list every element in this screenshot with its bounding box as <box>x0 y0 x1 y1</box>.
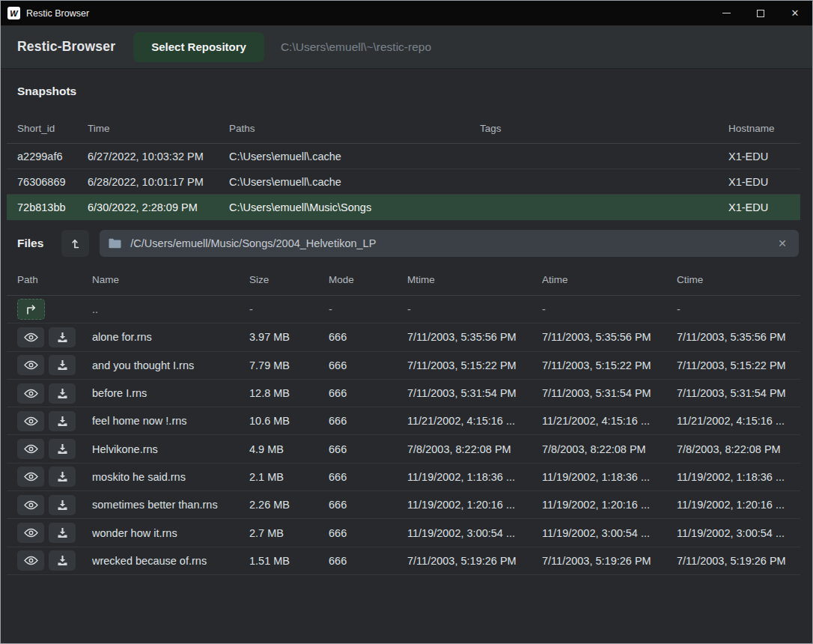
column-header: Path <box>17 274 92 285</box>
preview-button[interactable] <box>17 523 44 543</box>
file-size: 3.97 MB <box>249 331 329 343</box>
file-atime: 11/19/2002, 3:00:54 ... <box>542 527 677 539</box>
file-mode: 666 <box>329 443 407 455</box>
file-mode: 666 <box>329 499 407 511</box>
file-row[interactable]: moskito he said.rns2.1 MB66611/19/2002, … <box>7 464 800 491</box>
file-mode: 666 <box>329 555 407 567</box>
eye-icon <box>24 528 38 538</box>
file-ctime: 11/19/2002, 1:18:36 ... <box>677 471 800 483</box>
level-up-button[interactable] <box>61 230 89 257</box>
file-name: alone for.rns <box>92 331 249 343</box>
download-icon <box>57 499 68 511</box>
file-row[interactable]: sometimes better than.rns2.26 MB66611/19… <box>7 491 800 519</box>
download-button[interactable] <box>49 439 76 459</box>
file-size: 10.6 MB <box>249 415 329 427</box>
eye-icon <box>24 444 38 454</box>
file-size: 2.7 MB <box>249 527 329 539</box>
row-actions <box>17 299 92 320</box>
app-header: Restic-Browser Select Repository C:\User… <box>1 25 812 68</box>
file-name: wonder how it.rns <box>92 527 249 539</box>
file-row[interactable]: alone for.rns3.97 MB6667/11/2003, 5:35:5… <box>7 323 800 351</box>
files-table: PathNameSizeModeMtimeAtimeCtime ..-----a… <box>7 264 800 575</box>
download-button[interactable] <box>49 523 76 543</box>
path-input[interactable] <box>129 237 773 250</box>
repository-path: C:\Users\emuell\~\restic-repo <box>281 40 431 54</box>
file-row[interactable]: wrecked because of.rns1.51 MB6667/11/200… <box>7 547 800 575</box>
file-mode: 666 <box>329 359 407 371</box>
file-mtime: 7/11/2003, 5:31:54 PM <box>407 387 542 399</box>
snapshot-row[interactable]: a2299af66/27/2022, 10:03:32 PMC:\Users\e… <box>7 144 800 169</box>
snapshot-row[interactable]: 763068696/28/2022, 10:01:17 PMC:\Users\e… <box>7 169 800 195</box>
file-row[interactable]: before I.rns12.8 MB6667/11/2003, 5:31:54… <box>7 380 800 407</box>
file-size: 2.1 MB <box>249 471 329 483</box>
file-mode: 666 <box>329 471 407 483</box>
row-actions <box>17 355 92 375</box>
path-field[interactable]: ✕ <box>100 230 799 257</box>
row-actions <box>17 411 92 431</box>
clear-path-button[interactable]: ✕ <box>773 236 791 251</box>
files-bar: Files ✕ <box>1 230 812 257</box>
preview-button[interactable] <box>17 327 44 347</box>
download-icon <box>57 527 68 538</box>
preview-button[interactable] <box>17 411 44 431</box>
file-row[interactable]: feel home now !.rns10.6 MB66611/21/2002,… <box>7 407 800 435</box>
file-name: feel home now !.rns <box>92 415 249 427</box>
enter-parent-icon <box>25 304 37 315</box>
go-parent-button[interactable] <box>17 299 45 320</box>
download-button[interactable] <box>49 550 76 571</box>
file-row[interactable]: Helvikone.rns4.9 MB6667/8/2003, 8:22:08 … <box>7 435 800 463</box>
preview-button[interactable] <box>17 439 44 459</box>
file-name: sometimes better than.rns <box>92 499 249 511</box>
files-table-body: ..-----alone for.rns3.97 MB6667/11/2003,… <box>7 296 800 575</box>
snapshot-time: 6/30/2022, 2:28:09 PM <box>88 201 229 213</box>
column-header: Name <box>92 274 249 285</box>
download-button[interactable] <box>49 495 76 515</box>
download-button[interactable] <box>49 411 76 431</box>
snapshot-row[interactable]: 72b813bb6/30/2022, 2:28:09 PMC:\Users\em… <box>7 195 800 220</box>
close-button[interactable]: ✕ <box>778 1 812 25</box>
snapshot-hostname: X1-EDU <box>728 151 800 162</box>
app-window: W Restic Browser ✕ Restic-Browser Select… <box>0 0 813 644</box>
preview-button[interactable] <box>17 383 44 404</box>
file-size: 4.9 MB <box>249 443 329 455</box>
column-header: Size <box>249 274 329 285</box>
row-actions <box>17 495 92 515</box>
file-mode: 666 <box>329 387 407 399</box>
preview-button[interactable] <box>17 495 44 515</box>
snapshot-hostname: X1-EDU <box>728 176 800 188</box>
download-button[interactable] <box>49 383 76 404</box>
download-button[interactable] <box>49 327 76 347</box>
column-header: Ctime <box>677 274 800 285</box>
files-table-header: PathNameSizeModeMtimeAtimeCtime <box>7 264 800 296</box>
file-row[interactable]: and you thought I.rns7.79 MB6667/11/2003… <box>7 352 800 380</box>
column-header: Time <box>88 123 229 134</box>
preview-button[interactable] <box>17 355 44 375</box>
preview-button[interactable] <box>17 550 44 571</box>
file-mtime: 11/19/2002, 3:00:54 ... <box>407 527 542 539</box>
parent-dir-row[interactable]: ..----- <box>7 296 800 323</box>
file-row[interactable]: wonder how it.rns2.7 MB66611/19/2002, 3:… <box>7 519 800 547</box>
file-name: before I.rns <box>92 387 249 399</box>
file-size: - <box>249 303 329 315</box>
column-header: Atime <box>542 274 677 285</box>
file-ctime: - <box>677 303 800 315</box>
download-button[interactable] <box>49 467 76 487</box>
minimize-button[interactable] <box>709 1 743 25</box>
maximize-button[interactable] <box>743 1 778 25</box>
download-icon <box>57 388 68 399</box>
file-atime: 7/11/2003, 5:35:56 PM <box>542 331 677 343</box>
file-atime: 11/19/2002, 1:18:36 ... <box>542 471 677 483</box>
preview-button[interactable] <box>17 467 44 487</box>
file-atime: 11/21/2002, 4:15:16 ... <box>542 415 677 427</box>
download-button[interactable] <box>49 355 76 375</box>
snapshots-title: Snapshots <box>17 85 76 98</box>
close-icon: ✕ <box>791 8 800 18</box>
snapshot-short-id: a2299af6 <box>17 151 88 162</box>
file-mtime: 11/21/2002, 4:15:16 ... <box>407 415 542 427</box>
file-ctime: 11/19/2002, 1:20:16 ... <box>677 499 800 511</box>
select-repository-button[interactable]: Select Repository <box>133 32 264 62</box>
eye-icon <box>24 556 38 565</box>
snapshot-hostname: X1-EDU <box>728 201 800 213</box>
eye-icon <box>24 360 38 370</box>
snapshot-short-id: 72b813bb <box>17 201 88 213</box>
